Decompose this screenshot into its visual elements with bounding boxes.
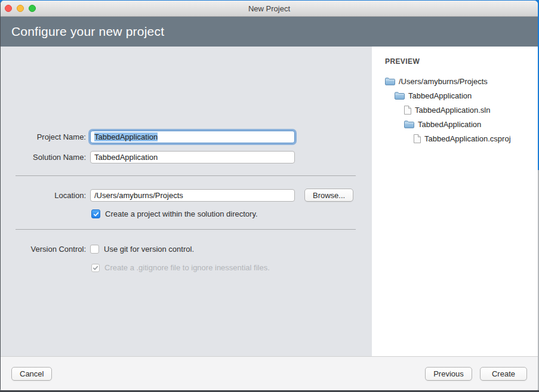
solution-name-input[interactable] [90,151,295,163]
file-icon [414,134,421,143]
tree-item: TabbedApplication [385,117,538,131]
screen: New Project Configure your new project P… [0,0,539,392]
solution-dir-checkbox[interactable] [91,209,100,218]
header-band: Configure your new project [1,17,538,47]
project-name-input[interactable]: TabbedApplication [90,131,295,143]
divider [16,175,356,176]
location-input[interactable] [90,189,295,202]
location-label: Location: [1,191,86,200]
gitignore-row: Create a .gitignore file to ignore iness… [91,263,270,272]
solution-dir-checkbox-label: Create a project within the solution dir… [105,209,258,218]
previous-button[interactable]: Previous [425,367,472,381]
solution-dir-row: Create a project within the solution dir… [91,209,258,218]
window-title: New Project [248,4,290,13]
main: Project Name: TabbedApplication Solution… [1,47,538,356]
cancel-button[interactable]: Cancel [11,367,52,381]
tree-item-label: /Users/amyburns/Projects [399,77,488,86]
folder-icon [385,78,395,85]
tree-item-label: TabbedApplication.sln [415,106,490,115]
version-control-label: Version Control: [1,245,86,254]
tree-item: TabbedApplication.csproj [385,131,538,146]
traffic-lights [5,5,36,12]
tree-item-label: TabbedApplication [408,91,472,100]
divider [16,229,356,230]
tree-item: TabbedApplication.sln [385,103,538,117]
location-row: Location: Browse... [1,189,353,202]
version-control-row: Version Control: Use git for version con… [1,245,194,254]
tree-item: /Users/amyburns/Projects [385,74,538,88]
preview-heading: PREVIEW [385,57,538,66]
form-area: Project Name: TabbedApplication Solution… [1,47,372,356]
close-button[interactable] [5,5,12,12]
solution-name-row: Solution Name: [1,151,295,163]
browse-button[interactable]: Browse... [304,189,353,202]
preview-panel: PREVIEW /Users/amyburns/ProjectsTabbedAp… [372,47,538,356]
page-title: Configure your new project [11,24,164,39]
footer-bar: Cancel Previous Create [1,356,538,390]
new-project-window: New Project Configure your new project P… [0,1,538,390]
zoom-button[interactable] [29,5,36,12]
gitignore-checkbox[interactable] [91,264,100,272]
titlebar: New Project [1,1,538,17]
git-checkbox[interactable] [90,245,99,254]
gitignore-checkbox-label: Create a .gitignore file to ignore iness… [104,263,270,272]
selected-text: TabbedApplication [94,132,158,141]
minimize-button[interactable] [17,5,24,12]
tree-item-label: TabbedApplication.csproj [424,134,511,143]
folder-icon [404,121,414,128]
create-button[interactable]: Create [480,367,527,381]
file-icon [404,106,411,115]
tree-item: TabbedApplication [385,88,538,103]
project-name-label: Project Name: [1,132,86,141]
solution-name-label: Solution Name: [1,153,86,162]
project-name-row: Project Name: TabbedApplication [1,131,295,143]
preview-tree: /Users/amyburns/ProjectsTabbedApplicatio… [385,74,538,146]
git-checkbox-label: Use git for version control. [104,245,194,254]
tree-item-label: TabbedApplication [418,120,481,129]
folder-icon [395,92,405,100]
